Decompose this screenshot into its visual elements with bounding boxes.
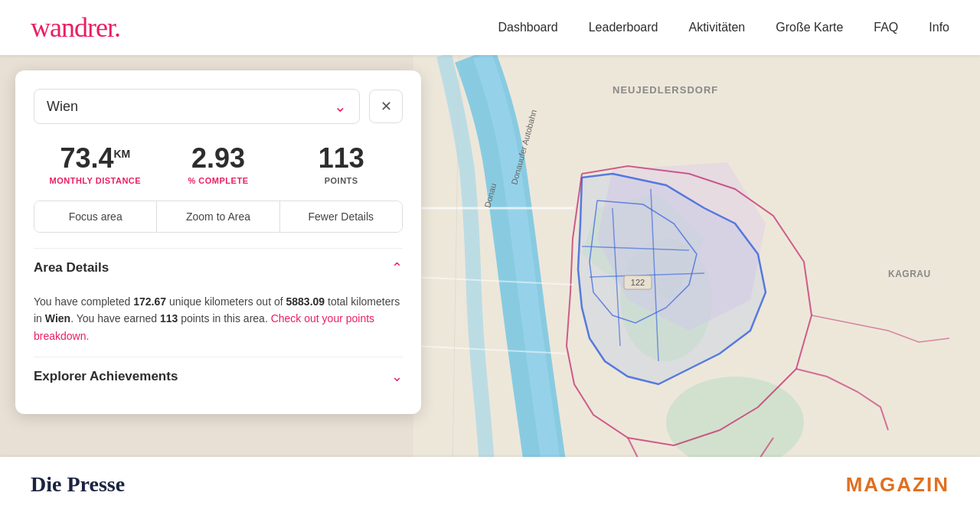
total-km: 5883.09 — [286, 295, 325, 308]
area-details-header[interactable]: Area Details ⌃ — [34, 248, 403, 287]
details-text-prefix: You have completed — [34, 295, 133, 308]
monthly-distance-value: 73.4KM — [34, 142, 157, 174]
points-stat: 113 POINTS — [279, 142, 403, 185]
nav-aktivitaten[interactable]: Aktivitäten — [688, 21, 745, 34]
close-button[interactable]: ✕ — [369, 90, 403, 123]
svg-text:NEUJEDLERSDORF: NEUJEDLERSDORF — [612, 84, 718, 96]
focus-area-button[interactable]: Focus area — [34, 201, 157, 232]
footer-banner: Die Presse MAGAZIN — [0, 457, 980, 512]
points-value: 113 — [279, 142, 403, 174]
main-header: wandrer. Dashboard Leaderboard Aktivität… — [0, 0, 980, 55]
monthly-distance-stat: 73.4KM MONTHLY DISTANCE — [34, 142, 157, 185]
svg-text:KAGRAU: KAGRAU — [888, 269, 931, 279]
area-selector-row: Wien ⌄ ✕ — [34, 89, 403, 124]
logo-text: wandrer. — [31, 12, 120, 43]
distance-number: 73.4 — [60, 142, 113, 174]
area-name-inline: Wien — [45, 312, 70, 324]
svg-text:122: 122 — [631, 278, 645, 287]
logo[interactable]: wandrer. — [31, 11, 120, 44]
details-text-mid1: unique kilometers out of — [166, 295, 286, 308]
area-selected-value: Wien — [47, 99, 78, 115]
svg-point-2 — [666, 377, 804, 468]
chevron-down-icon: ⌄ — [391, 368, 403, 385]
nav-leaderboard[interactable]: Leaderboard — [589, 21, 658, 34]
monthly-distance-label: MONTHLY DISTANCE — [34, 176, 157, 185]
nav-info[interactable]: Info — [929, 21, 949, 34]
magazin-label: MAGAZIN — [846, 473, 949, 497]
chevron-up-icon: ⌃ — [391, 259, 403, 276]
map-container: Donauufer Autobahn Donau NEUJEDLERSDORF … — [0, 55, 980, 512]
logo-dot: . — [114, 12, 120, 43]
explorer-achievements-title: Explorer Achievements — [34, 369, 178, 384]
main-nav: Dashboard Leaderboard Aktivitäten Große … — [498, 21, 949, 34]
area-details-body: You have completed 172.67 unique kilomet… — [34, 287, 403, 357]
distance-unit: KM — [113, 148, 130, 160]
details-text-mid4: points in this area. — [178, 312, 270, 324]
zoom-to-area-button[interactable]: Zoom to Area — [157, 201, 279, 232]
nav-grosse-karte[interactable]: Große Karte — [776, 21, 843, 34]
action-buttons: Focus area Zoom to Area Fewer Details — [34, 201, 403, 233]
area-details-title: Area Details — [34, 260, 109, 276]
percent-value: 2.93 — [157, 142, 280, 174]
close-icon: ✕ — [381, 98, 392, 115]
chevron-down-icon: ⌄ — [334, 97, 347, 116]
percent-label: % COMPLETE — [157, 176, 280, 185]
stats-row: 73.4KM MONTHLY DISTANCE 2.93 % COMPLETE … — [34, 142, 403, 185]
details-text-mid3: . You have earned — [70, 312, 160, 324]
area-dropdown[interactable]: Wien ⌄ — [34, 89, 360, 124]
nav-dashboard[interactable]: Dashboard — [498, 21, 557, 34]
explorer-achievements-header[interactable]: Explorer Achievements ⌄ — [34, 357, 403, 396]
completed-km: 172.67 — [133, 295, 166, 308]
die-presse-logo: Die Presse — [31, 472, 125, 497]
points-inline: 113 — [160, 312, 178, 324]
nav-faq[interactable]: FAQ — [874, 21, 898, 34]
percent-complete-stat: 2.93 % COMPLETE — [157, 142, 280, 185]
fewer-details-button[interactable]: Fewer Details — [280, 201, 402, 232]
info-panel: Wien ⌄ ✕ 73.4KM MONTHLY DISTANCE 2.93 % … — [15, 70, 421, 414]
points-label: POINTS — [279, 176, 403, 185]
